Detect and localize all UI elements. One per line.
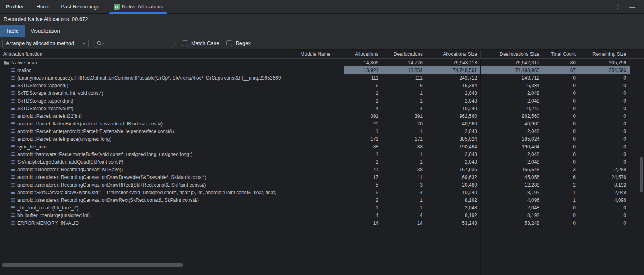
allocation-function-cell: SkAnalyticEdgeBuilder::addQuad(SkPoint c…: [0, 158, 292, 166]
hide-icon[interactable]: —: [629, 3, 635, 10]
allocation-function-cell: hb_buffer_t::enlarge(unsigned int): [0, 211, 292, 219]
deallocations-cell: 4: [382, 211, 426, 219]
table-row[interactable]: android::uirenderer::RecordingCanvas::on…: [0, 173, 644, 181]
frame-icon: [11, 205, 15, 210]
table-row[interactable]: android::uirenderer::RecordingCanvas::on…: [0, 196, 644, 204]
allocation-function-name: android::uirenderer::RecordingCanvas::on…: [17, 174, 206, 180]
frame-icon: [11, 190, 15, 195]
allocations-size-cell: 40,960: [426, 120, 480, 127]
table-row[interactable]: ERROR MEMORY_INVALID141453,24853,24800: [0, 219, 644, 227]
col-header-deallocations-size[interactable]: Deallocations Size: [480, 50, 543, 58]
table-row[interactable]: android::Parcel::writeInplace(unsigned l…: [0, 135, 644, 143]
table-row[interactable]: _hb_font_create(hb_face_t*)112,0482,0480…: [0, 204, 644, 211]
frame-icon: [11, 221, 15, 225]
table-row[interactable]: android::uirenderer::RecordingCanvas::wi…: [0, 166, 644, 173]
search-box[interactable]: ▾: [93, 39, 175, 48]
table-row[interactable]: hb_buffer_t::enlarge(unsigned int)448,19…: [0, 211, 644, 219]
tab-visualization[interactable]: Visualization: [25, 25, 66, 37]
frame-icon: [11, 121, 15, 126]
recorded-status-text: Recorded Native Allocations: 00.672: [4, 16, 88, 22]
row-gutter: [630, 105, 644, 112]
allocation-function-name: _hb_font_create(hb_face_t*): [17, 205, 78, 211]
total-count-cell: 0: [543, 211, 579, 219]
more-options-icon[interactable]: ⋮: [615, 3, 621, 10]
window-title: Profiler: [6, 4, 24, 10]
total-count-cell: 0: [543, 112, 579, 120]
deallocations-size-cell: 190,464: [480, 143, 543, 150]
table-row[interactable]: android::SkiaCanvas::drawGlyphs(std::__1…: [0, 189, 644, 196]
remaining-size-cell: 305,796: [579, 59, 630, 66]
table-row[interactable]: SkTDStorage::insert(int, int, void const…: [0, 89, 644, 97]
row-gutter: [630, 120, 644, 127]
col-header-gutter: [630, 50, 644, 58]
module-name-cell: [292, 181, 344, 189]
table-row[interactable]: (anonymous namespace)::FillRectOpImpl::o…: [0, 74, 644, 82]
allocations-size-cell: 53,248: [426, 219, 480, 227]
deallocations-size-cell: 45,056: [480, 173, 543, 181]
col-header-allocations[interactable]: Allocations: [344, 50, 382, 58]
deallocations-cell: 13,854: [382, 66, 426, 74]
allocations-size-cell: 74,748,561: [426, 66, 480, 74]
remaining-size-cell: 0: [579, 211, 630, 219]
row-gutter: [630, 196, 644, 204]
total-count-cell: 0: [543, 97, 579, 105]
total-count-cell: 0: [543, 127, 579, 135]
deallocations-cell: 6: [382, 82, 426, 89]
col-header-total-count[interactable]: Total Count: [543, 50, 579, 58]
table-row[interactable]: SkTDStorage::append(int)112,0482,04800: [0, 97, 644, 105]
table-row[interactable]: malloc13,92113,85474,748,56174,493,96567…: [0, 66, 644, 74]
deallocations-size-cell: 385,024: [480, 135, 543, 143]
horizontal-scrollbar[interactable]: [2, 263, 183, 267]
deallocations-cell: 1: [382, 204, 426, 211]
table-row[interactable]: android::hardware::Parcel::writeBuffer(v…: [0, 150, 644, 158]
table-row[interactable]: SkTDStorage::reserve(int)4410,24010,2400…: [0, 105, 644, 112]
nav-item-past-recordings[interactable]: Past Recordings: [61, 4, 99, 10]
col-header-allocations-size[interactable]: Allocations Size: [426, 50, 480, 58]
deallocations-cell: 1: [382, 127, 426, 135]
allocation-function-cell: android::uirenderer::RecordingCanvas::on…: [0, 181, 292, 189]
module-name-cell: [292, 97, 344, 105]
allocation-function-name: SkTDStorage::insert(int, int, void const…: [17, 90, 103, 96]
frame-icon: [11, 152, 15, 156]
regex-checkbox[interactable]: Regex: [226, 40, 251, 46]
deallocations-cell: 1: [382, 89, 426, 97]
search-input[interactable]: [106, 40, 171, 46]
row-gutter: [630, 66, 644, 74]
search-options-chevron-icon[interactable]: ▾: [103, 41, 105, 45]
vertical-scrollbar[interactable]: [640, 157, 643, 192]
remaining-size-cell: 254,596: [579, 66, 630, 74]
frame-icon: [11, 68, 15, 72]
nav-item-home[interactable]: Home: [37, 4, 51, 10]
col-header-remaining-size[interactable]: Remaining Size: [579, 50, 630, 58]
deallocations-size-cell: 10,240: [480, 105, 543, 112]
tab-table[interactable]: Table: [0, 25, 25, 37]
remaining-size-cell: 2,048: [579, 189, 630, 196]
tab-table-label: Table: [6, 28, 19, 34]
table-row[interactable]: SkTDStorage::append()6616,38416,38400: [0, 82, 644, 89]
table-row[interactable]: android::uirenderer::RecordingCanvas::on…: [0, 181, 644, 189]
table-row[interactable]: android::Parcel::writeInt32(int)39139196…: [0, 112, 644, 120]
arrange-by-dropdown[interactable]: Arrange by allocation method ▾: [2, 39, 89, 48]
allocation-function-name: (anonymous namespace)::FillRectOpImpl::o…: [17, 75, 281, 81]
table-row[interactable]: sync_file_info8888190,464190,46400: [0, 143, 644, 150]
table-row[interactable]: android::Parcel::flattenBinder(android::…: [0, 120, 644, 127]
col-header-deallocations[interactable]: Deallocations: [382, 50, 426, 58]
tab-native-allocations[interactable]: 31 Native Allocations: [109, 0, 168, 13]
table-row[interactable]: Native heap14,80614,72676,948,11376,642,…: [0, 59, 644, 66]
frame-icon: [11, 83, 15, 88]
deallocations-size-cell: 2,048: [480, 127, 543, 135]
allocations-cell: 1: [344, 158, 382, 166]
allocation-function-name: ERROR MEMORY_INVALID: [17, 220, 79, 226]
col-header-allocation-function[interactable]: Allocation function: [0, 50, 292, 58]
table-row[interactable]: SkAnalyticEdgeBuilder::addQuad(SkPoint c…: [0, 158, 644, 166]
row-gutter: [630, 82, 644, 89]
deallocations-cell: 1: [382, 97, 426, 105]
deallocations-cell: 14: [382, 219, 426, 227]
allocation-function-cell: SkTDStorage::reserve(int): [0, 105, 292, 112]
match-case-checkbox[interactable]: Match Case: [182, 40, 219, 46]
deallocations-size-cell: 76,642,317: [480, 59, 543, 66]
tab-native-allocations-label: Native Allocations: [122, 4, 163, 10]
table-row[interactable]: android::Parcel::write(android::Parcel::…: [0, 127, 644, 135]
remaining-size-cell: 0: [579, 219, 630, 227]
col-header-module-name[interactable]: Module Name ⌃: [292, 50, 344, 58]
